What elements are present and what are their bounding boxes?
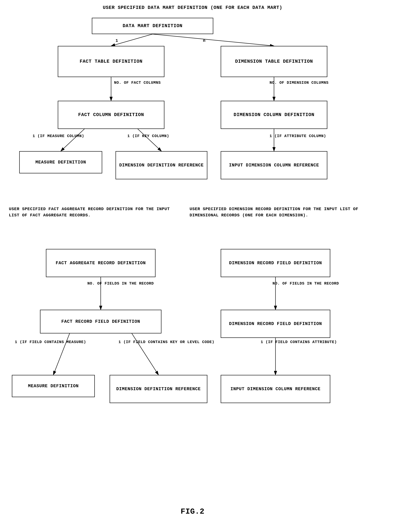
dimension-column-definition-node: DIMENSION COLUMN DEFINITION (221, 101, 327, 129)
dimension-record-field-definition-bottom-node: DIMENSION RECORD FIELD DEFINITION (221, 310, 330, 338)
diagram-container: USER SPECIFIED DATA MART DEFINITION (ONE… (0, 0, 395, 532)
label-n-right: n (203, 38, 206, 44)
measure-definition-node-bottom: MEASURE DEFINITION (12, 375, 95, 397)
main-title: USER SPECIFIED DATA MART DEFINITION (ONE… (59, 5, 326, 11)
fact-record-field-definition-node: FACT RECORD FIELD DEFINITION (40, 310, 161, 333)
right-section-description: USER SPECIFIED DIMENSION RECORD DEFINITI… (190, 206, 376, 218)
left-section-description: USER SPECIFIED FACT AGGREGATE RECORD DEF… (9, 206, 172, 218)
figure-caption: FIG.2 (133, 506, 252, 517)
dimension-definition-reference-node-top: DIMENSION DEFINITION REFERENCE (115, 151, 207, 179)
label-no-fields-right: NO. OF FIELDS IN THE RECORD (273, 281, 339, 286)
dimension-record-field-definition-top-node: DIMENSION RECORD FIELD DEFINITION (221, 249, 330, 277)
measure-definition-node-top: MEASURE DEFINITION (19, 151, 102, 173)
fact-column-definition-node: FACT COLUMN DEFINITION (58, 101, 165, 129)
label-no-fields-left: NO. OF FIELDS IN THE RECORD (87, 281, 154, 286)
label-no-dimension-columns: NO. OF DIMENSION COLUMNS (269, 80, 329, 85)
label-if-key-column: 1 (IF KEY COLUMN) (127, 133, 169, 139)
data-mart-definition-node: DATA MART DEFINITION (92, 18, 213, 34)
input-dimension-column-reference-node-bottom: INPUT DIMENSION COLUMN REFERENCE (221, 375, 330, 403)
label-if-field-measure: 1 (IF FIELD CONTAINS MEASURE) (15, 339, 86, 345)
label-no-fact-columns: NO. OF FACT COLUMNS (114, 80, 161, 85)
fact-table-definition-node: FACT TABLE DEFINITION (58, 46, 165, 77)
label-if-field-attribute: 1 (IF FIELD CONTAINS ATTRIBUTE) (261, 339, 337, 345)
fact-aggregate-record-definition-node: FACT AGGREGATE RECORD DEFINITION (46, 249, 155, 277)
label-1-left: 1 (115, 38, 118, 44)
label-if-measure-column: 1 (IF MEASURE COLUMN) (33, 133, 84, 139)
dimension-definition-reference-node-bottom: DIMENSION DEFINITION REFERENCE (110, 375, 207, 403)
label-if-attribute-column: 1 (IF ATTRIBUTE COLUMN) (269, 133, 326, 139)
dimension-table-definition-node: DIMENSION TABLE DEFINITION (221, 46, 327, 77)
label-if-field-key: 1 (IF FIELD CONTAINS KEY OR LEVEL CODE) (119, 339, 214, 345)
input-dimension-column-reference-node-top: INPUT DIMENSION COLUMN REFERENCE (221, 151, 327, 179)
